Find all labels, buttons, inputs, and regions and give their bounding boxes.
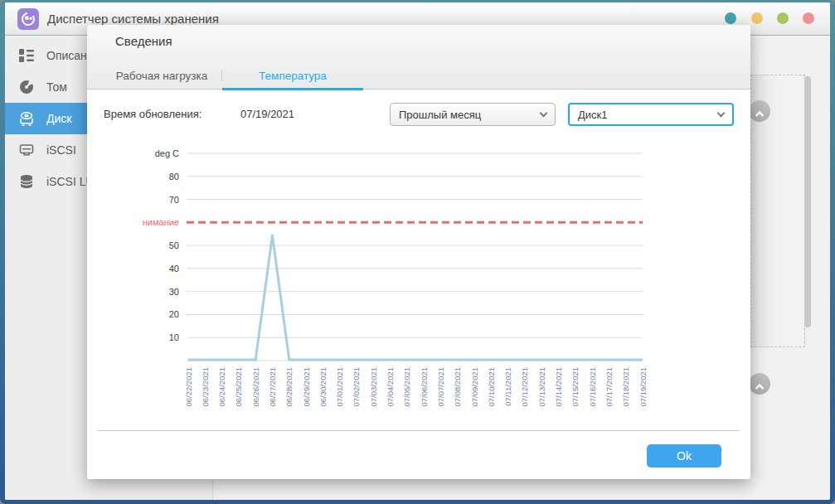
svg-text:06/26/2021: 06/26/2021 bbox=[251, 367, 260, 407]
chevron-down-icon bbox=[717, 109, 726, 118]
window-control-yellow-dot[interactable] bbox=[751, 12, 763, 24]
vertical-scrollbar[interactable] bbox=[804, 76, 811, 327]
disk-select-value: Диск1 bbox=[578, 109, 607, 121]
window-control-red-dot[interactable] bbox=[803, 12, 814, 24]
svg-text:06/28/2021: 06/28/2021 bbox=[284, 367, 294, 407]
disk-icon bbox=[18, 110, 35, 127]
svg-text:07/16/2021: 07/16/2021 bbox=[588, 367, 597, 407]
ok-button[interactable]: Ok bbox=[647, 444, 721, 468]
svg-text:07/02/2021: 07/02/2021 bbox=[352, 367, 361, 407]
chevron-up-icon bbox=[755, 383, 764, 392]
app-logo-icon bbox=[17, 8, 39, 30]
details-dialog: Сведения Рабочая нагрузка Температура Вр… bbox=[87, 25, 750, 479]
svg-text:07/03/2021: 07/03/2021 bbox=[369, 367, 378, 407]
svg-text:40: 40 bbox=[169, 264, 179, 274]
svg-text:06/24/2021: 06/24/2021 bbox=[217, 367, 226, 407]
svg-text:07/12/2021: 07/12/2021 bbox=[520, 367, 529, 407]
svg-text:07/07/2021: 07/07/2021 bbox=[436, 367, 445, 407]
svg-text:20: 20 bbox=[169, 309, 179, 319]
window-control-teal-dot[interactable] bbox=[725, 12, 736, 24]
svg-text:07/08/2021: 07/08/2021 bbox=[453, 367, 462, 407]
svg-text:06/22/2021: 06/22/2021 bbox=[184, 367, 193, 407]
tab-temperature[interactable]: Температура bbox=[222, 64, 363, 90]
tab-workload[interactable]: Рабочая нагрузка bbox=[102, 64, 221, 90]
overview-icon bbox=[18, 47, 35, 64]
svg-text:07/10/2021: 07/10/2021 bbox=[487, 367, 496, 407]
svg-text:нимание: нимание bbox=[143, 217, 179, 227]
disk-select[interactable]: Диск1 bbox=[568, 103, 734, 126]
svg-text:07/05/2021: 07/05/2021 bbox=[402, 367, 411, 407]
svg-text:deg C: deg C bbox=[155, 148, 179, 158]
volume-icon bbox=[18, 79, 35, 95]
svg-text:07/11/2021: 07/11/2021 bbox=[503, 367, 512, 406]
tab-bar: Рабочая нагрузка Температура bbox=[102, 64, 363, 90]
svg-text:10: 10 bbox=[169, 332, 179, 342]
svg-text:06/30/2021: 06/30/2021 bbox=[318, 367, 328, 407]
svg-text:80: 80 bbox=[169, 172, 179, 182]
svg-text:70: 70 bbox=[169, 195, 179, 205]
window-control-green-dot[interactable] bbox=[777, 12, 789, 24]
update-time-value: 07/19/2021 bbox=[240, 108, 294, 120]
svg-text:07/04/2021: 07/04/2021 bbox=[386, 367, 395, 407]
dialog-header: Сведения Рабочая нагрузка Температура bbox=[87, 25, 750, 90]
svg-text:06/23/2021: 06/23/2021 bbox=[201, 367, 210, 407]
svg-text:07/09/2021: 07/09/2021 bbox=[470, 367, 479, 407]
footer-divider bbox=[98, 430, 740, 431]
svg-text:07/17/2021: 07/17/2021 bbox=[604, 367, 614, 407]
svg-text:06/27/2021: 06/27/2021 bbox=[268, 367, 277, 407]
iscsi-lun-icon bbox=[18, 173, 35, 190]
svg-text:50: 50 bbox=[169, 240, 179, 250]
period-select-value: Прошлый месяц bbox=[399, 109, 481, 121]
update-time-label: Время обновления: bbox=[104, 108, 201, 120]
svg-text:07/01/2021: 07/01/2021 bbox=[335, 367, 344, 407]
svg-text:07/14/2021: 07/14/2021 bbox=[554, 367, 563, 407]
sidebar-item-label: iSCSI bbox=[46, 143, 76, 157]
temperature-chart: deg C80705040302010нимание06/22/202106/2… bbox=[87, 141, 750, 431]
dialog-title: Сведения bbox=[115, 34, 172, 48]
svg-text:07/06/2021: 07/06/2021 bbox=[420, 367, 429, 407]
chevron-down-icon bbox=[540, 109, 548, 118]
svg-text:06/29/2021: 06/29/2021 bbox=[302, 367, 311, 407]
iscsi-icon bbox=[18, 142, 35, 158]
svg-text:06/25/2021: 06/25/2021 bbox=[234, 367, 243, 407]
scroll-top-button-upper[interactable] bbox=[749, 100, 770, 122]
svg-text:30: 30 bbox=[169, 287, 179, 297]
app-window: Диспетчер системы хранения Описание bbox=[0, 0, 835, 504]
svg-text:07/19/2021: 07/19/2021 bbox=[638, 367, 648, 407]
svg-text:07/18/2021: 07/18/2021 bbox=[621, 367, 630, 407]
period-select[interactable]: Прошлый месяц bbox=[390, 103, 556, 126]
window-body: Диспетчер системы хранения Описание bbox=[5, 2, 830, 500]
sidebar-item-label: Диск bbox=[46, 112, 71, 125]
sidebar-item-label: Том bbox=[46, 80, 67, 94]
chevron-up-icon bbox=[755, 110, 764, 119]
scroll-top-button-lower[interactable] bbox=[749, 373, 770, 395]
svg-text:07/13/2021: 07/13/2021 bbox=[537, 367, 546, 407]
svg-text:07/15/2021: 07/15/2021 bbox=[570, 367, 580, 407]
